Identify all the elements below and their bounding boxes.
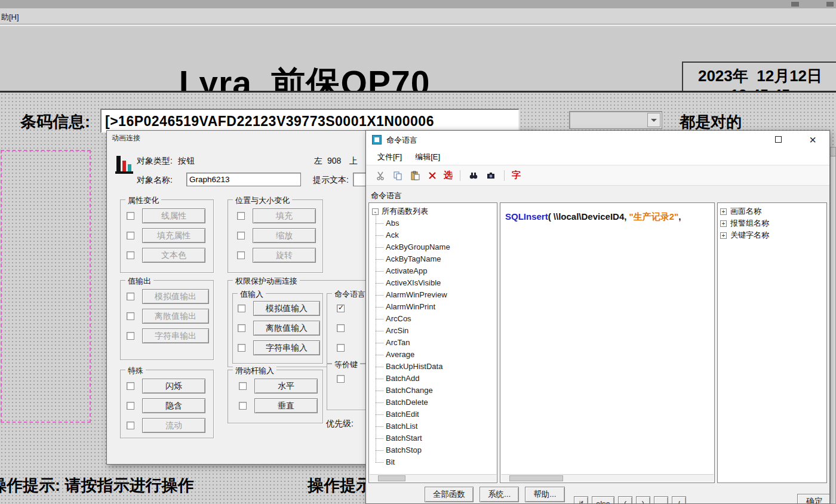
horizontal-scrollbar[interactable] xyxy=(370,474,496,482)
dialog-button[interactable]: 流动 xyxy=(142,418,205,433)
checkbox[interactable] xyxy=(127,332,134,340)
function-tree-item[interactable]: ActiveXIsVisible xyxy=(386,277,450,289)
checkbox[interactable] xyxy=(237,251,245,259)
function-tree-item[interactable]: Abs xyxy=(386,217,450,229)
menu-item[interactable]: 文件[F] xyxy=(371,152,408,162)
cut-icon[interactable] xyxy=(374,170,386,182)
checkbox[interactable] xyxy=(238,305,245,312)
checkbox[interactable] xyxy=(337,324,345,332)
function-tree-item[interactable]: Ack xyxy=(386,229,450,241)
menu-item[interactable]: 编辑[E] xyxy=(408,152,447,162)
function-tree-item[interactable]: BatchChange xyxy=(386,385,450,397)
expand-icon[interactable]: + xyxy=(720,208,727,215)
tag-tree-item[interactable]: +报警组名称 xyxy=(720,217,826,229)
checkbox[interactable] xyxy=(127,312,134,320)
operator-button[interactable]: / xyxy=(672,496,686,504)
cmd-titlebar[interactable]: 命令语言 × xyxy=(366,131,829,149)
checkbox[interactable] xyxy=(127,232,134,239)
window-control-partial[interactable] xyxy=(826,2,834,7)
dialog-button[interactable]: 离散值输入 xyxy=(253,321,320,336)
dialog-button[interactable]: 旋转 xyxy=(253,248,316,263)
operator-button[interactable]: else xyxy=(592,496,614,504)
selected-object-outline[interactable] xyxy=(1,150,91,423)
checkbox[interactable] xyxy=(127,382,134,390)
checkbox[interactable] xyxy=(337,344,345,352)
window-control-partial[interactable] xyxy=(791,2,799,7)
checkbox[interactable] xyxy=(127,212,134,220)
delete-icon[interactable] xyxy=(426,170,438,182)
function-tree-item[interactable]: AckByTagName xyxy=(386,253,450,265)
function-tree-item[interactable]: BatchStart xyxy=(386,432,450,444)
checkbox[interactable] xyxy=(238,344,245,352)
function-tree-item[interactable]: AlarmWinPreview xyxy=(386,289,450,301)
object-name-input[interactable]: Graph6213 xyxy=(186,173,301,186)
dialog-button[interactable]: 模拟值输入 xyxy=(253,301,320,316)
function-tree-panel[interactable]: - 所有函数列表 AbsAckAckByGroupNameAckByTagNam… xyxy=(368,202,497,483)
function-tree-item[interactable]: BatchList xyxy=(386,420,450,432)
checkbox[interactable] xyxy=(127,422,134,429)
find-icon[interactable] xyxy=(468,170,480,182)
paste-icon[interactable] xyxy=(409,170,421,182)
checkbox[interactable] xyxy=(239,402,247,410)
checkbox[interactable] xyxy=(237,232,245,239)
tree-root[interactable]: - 所有函数列表 xyxy=(372,205,428,217)
checkbox[interactable] xyxy=(239,382,247,390)
function-tree-item[interactable]: ArcCos xyxy=(386,313,450,325)
function-tree-item[interactable]: ArcSin xyxy=(386,325,450,337)
function-tree-item[interactable]: BatchAdd xyxy=(386,373,450,385)
operator-button[interactable]: if xyxy=(574,496,588,504)
dialog-button[interactable]: 隐含 xyxy=(142,398,205,413)
checkbox-checked[interactable] xyxy=(337,305,345,312)
function-tree-item[interactable]: AlarmWinPrint xyxy=(386,301,450,313)
checkbox[interactable] xyxy=(237,212,245,220)
expand-icon[interactable]: + xyxy=(720,220,727,227)
find-replace-icon[interactable] xyxy=(485,170,497,182)
maximize-button[interactable] xyxy=(775,136,782,143)
checkbox[interactable] xyxy=(127,293,134,300)
result-dropdown[interactable] xyxy=(569,111,662,129)
vertical-scrollbar[interactable] xyxy=(830,147,836,504)
code-editor[interactable]: SQLInsert( \\local\DeviceID4, "生产记录2", xyxy=(500,202,715,483)
menu-help[interactable]: 助[H] xyxy=(1,12,19,23)
dialog-button[interactable]: 文本色 xyxy=(142,248,205,263)
dialog-button[interactable]: 填充属性 xyxy=(142,228,205,243)
dialog-button[interactable]: 水平 xyxy=(254,379,318,394)
function-tree-item[interactable]: BatchEdit xyxy=(386,408,450,420)
scrollbar-thumb[interactable] xyxy=(509,475,563,481)
checkbox[interactable] xyxy=(337,375,345,383)
tag-tree-panel[interactable]: +画面名称+报警组名称+关键字名称 xyxy=(717,202,827,483)
dialog-button[interactable]: 全部函数 xyxy=(425,487,474,502)
dialog-button[interactable]: 模拟值输出 xyxy=(142,289,209,304)
copy-icon[interactable] xyxy=(392,170,404,182)
dialog-button[interactable]: 系统... xyxy=(480,487,519,502)
dialog-button[interactable]: 帮助... xyxy=(525,487,564,502)
horizontal-scrollbar[interactable] xyxy=(501,474,714,482)
dialog-button[interactable]: 垂直 xyxy=(254,398,318,413)
function-tree-item[interactable]: Average xyxy=(386,349,450,361)
dialog-button[interactable]: 离散值输出 xyxy=(142,309,209,324)
operator-button[interactable]: ) xyxy=(636,496,650,504)
operator-button[interactable]: ( xyxy=(618,496,632,504)
checkbox[interactable] xyxy=(127,402,134,410)
function-tree-item[interactable]: BackUpHistData xyxy=(386,361,450,373)
tag-tree-item[interactable]: +画面名称 xyxy=(720,205,826,217)
barcode-field[interactable]: [>16P0246519VAFD22123V39773S0001X1N00006 xyxy=(100,109,520,133)
function-tree-item[interactable]: ArcTan xyxy=(386,337,450,349)
ok-button[interactable]: 确定 xyxy=(797,494,830,504)
tag-tree-item[interactable]: +关键字名称 xyxy=(720,229,826,241)
function-tree-item[interactable]: BatchDelete xyxy=(386,397,450,408)
checkbox[interactable] xyxy=(127,251,134,259)
dialog-button[interactable]: 闪烁 xyxy=(142,379,205,394)
select-tool-button[interactable]: 选 xyxy=(444,170,453,181)
checkbox[interactable] xyxy=(238,324,245,332)
dialog-button[interactable]: 填充 xyxy=(253,208,316,223)
dialog-button[interactable]: 字符串输入 xyxy=(253,340,320,355)
dialog-button[interactable]: 缩放 xyxy=(253,228,316,243)
function-tree-item[interactable]: Bit xyxy=(386,456,450,468)
function-tree-item[interactable]: BatchStop xyxy=(386,444,450,456)
expand-icon[interactable]: + xyxy=(720,232,727,239)
dialog-button[interactable]: 线属性 xyxy=(142,208,205,223)
operator-button[interactable]: . xyxy=(654,496,668,504)
font-tool-button[interactable]: 字 xyxy=(512,170,521,181)
close-button[interactable]: × xyxy=(809,132,816,147)
